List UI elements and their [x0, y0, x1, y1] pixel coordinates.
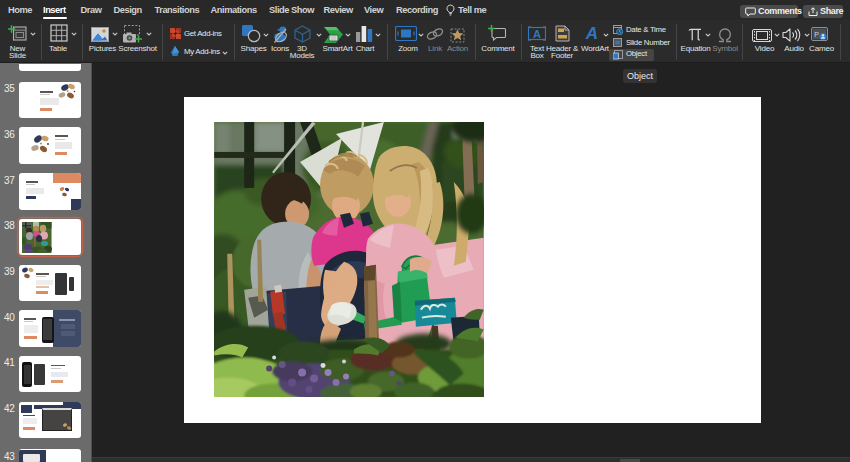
svg-text:A: A — [533, 28, 541, 40]
svg-text:A: A — [585, 26, 598, 41]
svg-text:P: P — [814, 31, 819, 38]
